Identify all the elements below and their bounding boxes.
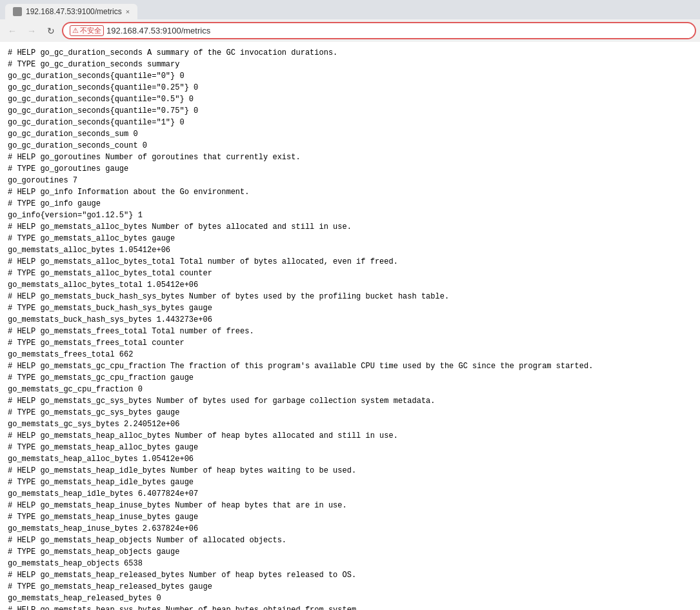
forward-button[interactable]: → — [23, 23, 40, 39]
address-bar[interactable]: ⚠ 不安全 192.168.47.53:9100/metrics — [62, 22, 696, 39]
tab-title: 192.168.47.53:9100/metrics — [26, 7, 122, 16]
warning-icon: ⚠ — [72, 26, 79, 35]
browser-tab[interactable]: 192.168.47.53:9100/metrics × — [5, 4, 137, 19]
security-label: 不安全 — [80, 26, 101, 35]
security-badge: ⚠ 不安全 — [70, 25, 104, 36]
browser-toolbar: ← → ↻ ⚠ 不安全 192.168.47.53:9100/metrics — [0, 19, 700, 42]
tab-close-button[interactable]: × — [126, 8, 130, 15]
address-text: 192.168.47.53:9100/metrics — [106, 26, 688, 35]
content-area: # HELP go_gc_duration_seconds A summary … — [0, 42, 700, 610]
tab-favicon — [13, 7, 22, 16]
back-button[interactable]: ← — [4, 23, 21, 39]
browser-tabs: 192.168.47.53:9100/metrics × — [5, 4, 695, 19]
reload-button[interactable]: ↻ — [43, 23, 59, 39]
metrics-output: # HELP go_gc_duration_seconds A summary … — [8, 47, 692, 610]
browser-chrome: 192.168.47.53:9100/metrics × — [0, 0, 700, 19]
